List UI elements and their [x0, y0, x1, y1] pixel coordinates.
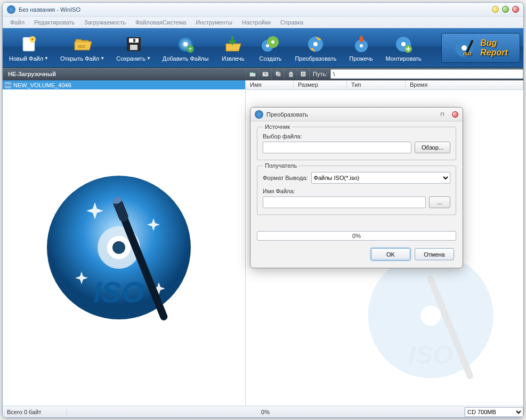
extract-icon [223, 34, 243, 54]
mount-button[interactable]: Монтировать [383, 33, 425, 63]
boot-status: НЕ-Загрузочный [3, 71, 246, 77]
save-button[interactable]: Сохранить▼ [113, 33, 154, 63]
col-type[interactable]: Тип [347, 80, 406, 89]
create-icon [260, 34, 280, 54]
output-format-label: Формат Вывода: [263, 175, 308, 181]
bug-report-line2: Report [480, 48, 508, 57]
menu-edit[interactable]: Редактировать [31, 18, 78, 27]
new-file-label: Новый Файл [9, 55, 43, 62]
convert-button[interactable]: Преобразовать [292, 33, 339, 63]
filename-browse-button[interactable]: ... [429, 196, 450, 208]
dialog-title-text: Преобразовать [266, 111, 440, 118]
subbar-actions: + [246, 68, 310, 80]
menu-options[interactable]: Настройки [239, 18, 274, 27]
create-label: Создать [260, 55, 282, 62]
dialog-buttons: OK Отмена [250, 241, 463, 268]
col-name[interactable]: Имя [246, 80, 294, 89]
open-file-icon: ISO [72, 34, 93, 54]
open-file-label: Открыть Файл [60, 55, 99, 62]
add-files-button[interactable]: + Добавить Файлы [159, 33, 212, 63]
tree-volume-row[interactable]: iso NEW_VOLUME_4046 [3, 80, 245, 89]
svg-point-15 [271, 40, 274, 44]
table-header: Имя Размер Тип Время [246, 80, 523, 90]
col-time[interactable]: Время [406, 80, 523, 89]
burn-button[interactable]: Прожечь [345, 33, 377, 63]
svg-text:✦: ✦ [30, 37, 35, 42]
svg-rect-30 [277, 72, 280, 76]
disc-artwork: ISO [3, 89, 245, 406]
create-button[interactable]: Создать [254, 33, 286, 63]
svg-point-35 [112, 241, 125, 254]
bug-report-button[interactable]: ISO Bug Report [441, 33, 520, 63]
menu-help[interactable]: Справка [277, 18, 306, 27]
subbar: НЕ-Загрузочный + Путь: [3, 68, 523, 80]
extract-label: Извлечь [222, 55, 244, 62]
output-format-select[interactable]: Файлы ISO(*.iso) [311, 172, 450, 184]
svg-text:ISO: ISO [408, 340, 453, 369]
app-icon [7, 5, 15, 14]
path-bar: Путь: [310, 69, 523, 79]
dest-fieldset: Получатель Формат Вывода: Файлы ISO(*.is… [257, 166, 456, 215]
new-file-button[interactable]: ✦ Новый Файл▼ [6, 33, 52, 63]
ok-button[interactable]: OK [371, 248, 410, 260]
menu-bootable[interactable]: Загружаемость [81, 18, 129, 27]
cancel-button[interactable]: Отмена [415, 248, 454, 260]
dialog-minimize-icon[interactable]: ⊓ [440, 111, 447, 117]
svg-text:ISO: ISO [78, 44, 85, 49]
progress-bar: 0% [257, 231, 456, 241]
dest-legend: Получатель [263, 162, 299, 169]
filename-input[interactable] [263, 196, 426, 208]
convert-dialog: Преобразовать ⊓ Источник Выбор файла: Об… [250, 107, 463, 268]
browse-button[interactable]: Обзор... [415, 142, 450, 153]
svg-point-24 [462, 45, 467, 51]
svg-text:ISO: ISO [93, 275, 144, 309]
svg-rect-43 [426, 275, 474, 380]
svg-point-19 [360, 44, 363, 47]
chevron-down-icon: ▼ [100, 56, 104, 61]
burn-icon [351, 34, 371, 54]
convert-icon [305, 34, 326, 54]
new-folder-icon[interactable]: + [258, 68, 271, 80]
maximize-button[interactable] [502, 6, 509, 13]
app-window: Без названия - WinISO Файл Редактировать… [2, 2, 524, 418]
add-files-label: Добавить Файлы [163, 55, 209, 62]
toolbar: ✦ Новый Файл▼ ISO Открыть Файл▼ Сохранит… [3, 28, 523, 68]
menu-filesystem[interactable]: ФайловаяСистема [132, 18, 189, 27]
dialog-close-icon[interactable] [452, 111, 458, 118]
burn-label: Прожечь [349, 55, 373, 62]
extract-button[interactable]: Извлечь [217, 33, 249, 63]
copy-icon[interactable] [271, 68, 284, 80]
properties-icon[interactable] [297, 68, 310, 80]
menubar: Файл Редактировать Загружаемость Файлова… [3, 17, 523, 28]
open-file-button[interactable]: ISO Открыть Файл▼ [57, 33, 108, 63]
delete-icon[interactable] [284, 68, 297, 80]
save-icon [124, 34, 144, 54]
chevron-down-icon: ▼ [44, 56, 48, 61]
source-file-input[interactable] [263, 142, 411, 153]
tree-pane: iso NEW_VOLUME_4046 ISO [3, 80, 246, 406]
close-button[interactable] [512, 6, 519, 13]
bug-report-line1: Bug [480, 38, 508, 48]
menu-file[interactable]: Файл [7, 18, 28, 27]
status-total: Всего 0 байт [3, 409, 67, 415]
chevron-down-icon: ▼ [147, 56, 151, 61]
svg-text:+: + [189, 45, 192, 53]
convert-label: Преобразовать [295, 55, 336, 62]
mount-icon [393, 34, 414, 54]
path-input[interactable] [330, 69, 523, 79]
col-size[interactable]: Размер [294, 80, 347, 89]
select-file-label: Выбор файла: [263, 133, 450, 139]
folder-up-icon[interactable] [246, 68, 258, 80]
path-label: Путь: [313, 71, 327, 77]
bug-report-icon: ISO [454, 36, 477, 60]
svg-point-9 [183, 42, 188, 46]
source-legend: Источник [263, 123, 292, 130]
minimize-button[interactable] [492, 6, 499, 13]
file-pane: Имя Размер Тип Время ISO Преобразовать ⊓… [246, 80, 523, 406]
media-size-select[interactable]: CD 700MB [465, 407, 523, 417]
window-title: Без названия - WinISO [19, 6, 489, 13]
svg-point-21 [401, 42, 406, 46]
volume-label: NEW_VOLUME_4046 [13, 82, 71, 88]
menu-tools[interactable]: Инструменты [192, 18, 236, 27]
dialog-titlebar: Преобразовать ⊓ [250, 108, 463, 121]
